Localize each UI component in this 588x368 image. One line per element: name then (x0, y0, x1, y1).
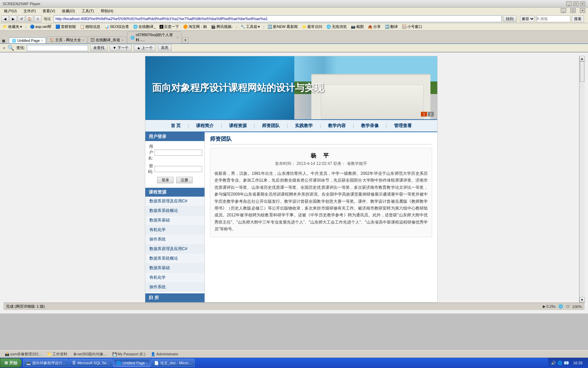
tray-icon-3[interactable]: 📧 (564, 361, 569, 365)
zoom-level: 100% (572, 305, 582, 309)
taskbar-task-2[interactable]: 🗄 Microsoft SQL Se... (69, 359, 113, 367)
banner-dot-1[interactable]: 1 (421, 112, 427, 117)
minimize-button[interactable]: _ (566, 1, 572, 6)
search-engine-input[interactable] (536, 15, 570, 22)
new-tab-button[interactable]: + (182, 37, 189, 43)
password-input[interactable] (154, 166, 202, 172)
taskbar2-item-2[interactable]: 📁 工作资料 (45, 351, 69, 357)
bookmark-favorites[interactable]: 📁 收藏夹 ▾ (1, 24, 23, 30)
tab-toggle-icon[interactable]: ▦ (2, 39, 5, 43)
chevron-up-icon: ▲ (137, 46, 141, 50)
password-label: 密 码: (148, 163, 153, 175)
scroll-indicator: ▲ ▼ (579, 56, 585, 303)
find-prev[interactable]: ▲ 上一个 (134, 45, 156, 51)
nav-teachers[interactable]: 师资团队 (257, 122, 285, 129)
bookmark-grid[interactable]: 📋 细组信息 (79, 24, 102, 30)
find-input[interactable] (27, 45, 88, 51)
nav-intro[interactable]: 课程简介 (191, 122, 219, 129)
bookmark-translate[interactable]: 🌐 在线翻译_ (132, 24, 157, 30)
go-button[interactable]: 转到 (503, 15, 517, 22)
course-item-10[interactable]: 操作系统 (145, 282, 205, 292)
taskbar2-item-3[interactable]: 🖥 net350面向对象... (71, 351, 109, 357)
bookmark-smallwindow[interactable]: 🪟 小号窗口 (401, 24, 424, 30)
username-input[interactable] (154, 150, 202, 156)
maximize-button[interactable]: □ (573, 1, 578, 6)
scroll-down-button[interactable]: ▼ (579, 297, 585, 303)
taskbar-task-4[interactable]: 📄 论文_doc - Micro... (151, 359, 195, 367)
menu-accounts[interactable]: 账户(U) (3, 8, 18, 14)
bookmark-browser[interactable]: 🌐 无痕浏览 (325, 24, 348, 30)
taskbar-task-1[interactable]: 💻 面向对象程序设计... (23, 359, 68, 367)
home-button[interactable]: 🏠 (26, 15, 33, 22)
bookmark-news[interactable]: 🆕 新NEW 看新闻 (266, 24, 299, 30)
scroll-track[interactable] (579, 61, 585, 297)
course-item-5[interactable]: 操作系统 (145, 235, 205, 244)
search-engine-select[interactable]: 兼容 (520, 15, 535, 22)
course-item-1[interactable]: 数据库原理及应用C# (145, 197, 205, 206)
bookmark-chess[interactable]: 🟦 壹棋智能 (54, 24, 77, 30)
find-notfound[interactable]: 未查找 (90, 45, 108, 51)
address-input[interactable] (54, 15, 502, 22)
favorites-button[interactable]: ✩ (34, 15, 42, 22)
search-button[interactable]: 搜索 (572, 15, 584, 22)
bookmark-translate2[interactable]: 🔤 翻译 (383, 24, 399, 30)
menu-tools[interactable]: 工具(T) (80, 8, 95, 14)
nav-admin[interactable]: 管理查看 (389, 122, 417, 129)
browser-close-button[interactable]: × (580, 8, 585, 13)
tab-translate[interactable]: 🅈 在线翻译_有道 × (88, 36, 126, 43)
tab-untitled[interactable]: 🌐 Untitled Page × (9, 37, 46, 43)
tab-close-2[interactable]: × (82, 39, 84, 42)
tab-close-4[interactable]: × (177, 36, 178, 39)
nav-video[interactable]: 教学录像 (356, 122, 384, 129)
taskbar2-item-1[interactable]: 📸 ssm录像整理202... (3, 351, 44, 357)
tab-close-3[interactable]: × (121, 39, 123, 42)
nav-home[interactable]: 首 页 (165, 122, 186, 129)
course-item-7[interactable]: 数据库系统概论 (145, 254, 205, 263)
course-item-8[interactable]: 数据库基础 (145, 263, 205, 273)
taskbar-task-3[interactable]: 🌐 Untitled Page - (113, 359, 150, 367)
nav-content[interactable]: 教学内容 (323, 122, 351, 129)
menu-help[interactable]: 帮助(H) (99, 8, 115, 14)
close-button[interactable]: × (580, 1, 585, 6)
browser-maximize-button[interactable]: □ (570, 8, 576, 13)
bookmark-seo[interactable]: 📊 SEO综合查 (103, 24, 130, 30)
bookmark-share[interactable]: 📤 分享 (366, 24, 382, 30)
course-item-3[interactable]: 数据库基础 (145, 216, 205, 225)
tab-home[interactable]: 🏠 主页 - 网址大全 × (47, 36, 87, 43)
bookmark-frequent[interactable]: ⭐ 最常访问 (300, 24, 324, 30)
course-item-9[interactable]: 有机化学 (145, 273, 205, 282)
bookmark-screenshot[interactable]: 📷 截图 (349, 24, 365, 30)
start-button[interactable]: ⊞ 开始 (0, 358, 22, 368)
menu-view[interactable]: 查看(V) (41, 8, 56, 14)
course-item-2[interactable]: 数据库系统概论 (145, 206, 205, 216)
refresh-button[interactable]: ↺ (18, 15, 25, 22)
back-button[interactable]: ◀ (1, 15, 9, 22)
course-item-6[interactable]: 数据库原理及应用C# (145, 244, 205, 254)
tab-close-1[interactable]: × (41, 39, 43, 42)
taskbar2-item-5[interactable]: 👤 Administrator (149, 352, 180, 357)
nav-practice[interactable]: 实践教学 (290, 122, 318, 129)
scroll-thumb[interactable] (580, 61, 585, 82)
banner-dot-2[interactable]: 2 (428, 112, 434, 117)
bookmark-taobao[interactable]: 🟠 淘宝网 - 购 (182, 24, 208, 30)
tray-icon-2[interactable]: 🌐 (557, 361, 562, 365)
login-button[interactable]: 登录 (157, 177, 174, 183)
bookmark-aspnet[interactable]: 🔵 asp.net帮 (29, 24, 53, 30)
tray-icon-1[interactable]: 🔊 (551, 361, 556, 365)
course-item-4[interactable]: 有机化学 (145, 225, 205, 235)
find-highlight[interactable]: 高亮 (158, 45, 172, 51)
find-close-button[interactable]: × (3, 45, 5, 51)
browser-minimize-button[interactable]: _ (561, 8, 566, 13)
bookmark-tools[interactable]: 🔧 工具箱 ▾ (239, 24, 261, 30)
menu-file[interactable]: 文件(F) (22, 8, 37, 14)
forward-button[interactable]: ▶ (10, 15, 17, 22)
register-button[interactable]: 注册 (176, 177, 193, 183)
taskbar2-item-4[interactable]: 💾 My Passport (E:) (110, 352, 148, 357)
bookmark-tencent[interactable]: 🎬 腾讯视频- (210, 24, 234, 30)
find-next[interactable]: ▼ 下一个 (110, 45, 132, 51)
bookmark-baidu[interactable]: 🅱 百度一下 (158, 24, 180, 30)
scroll-up-button[interactable]: ▲ (579, 56, 585, 61)
nav-resources[interactable]: 课程资源 (224, 122, 252, 129)
tab-profile[interactable]: 🌐 c6789076xsβ的个人资料 -... × (127, 31, 182, 43)
menu-favorites[interactable]: 收藏(O) (61, 8, 76, 14)
